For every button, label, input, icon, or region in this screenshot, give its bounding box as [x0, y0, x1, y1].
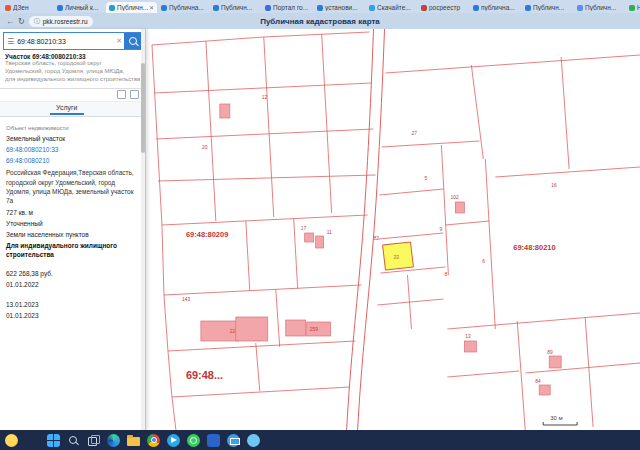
tab-label: Публичн...	[221, 4, 258, 11]
object-address: Российская Федерация,Тверская область, г…	[6, 168, 137, 204]
url-box[interactable]: ⓘ pkk.rosreestr.ru	[29, 16, 93, 27]
browser-tab[interactable]: ДЗен	[2, 2, 53, 13]
tab-label: Публичн...	[533, 4, 570, 11]
svg-text:17: 17	[301, 225, 307, 231]
tab-services[interactable]: Услуги	[50, 103, 84, 115]
browser-tab[interactable]: Публичн...	[574, 2, 625, 13]
svg-text:82: 82	[374, 235, 380, 241]
tab-favicon-icon	[5, 5, 11, 11]
tab-label: росреестр	[429, 4, 466, 11]
cost-date-value: 01.01.2022	[6, 280, 137, 289]
page-title: Публичная кадастровая карта	[0, 17, 640, 26]
svg-text:9: 9	[439, 226, 442, 232]
chrome-icon[interactable]	[147, 434, 160, 447]
menu-icon[interactable]: ☰	[4, 37, 17, 46]
svg-text:30 м: 30 м	[550, 415, 562, 421]
panel-actions-row	[0, 89, 145, 102]
tab-label: Скачайте...	[377, 4, 414, 11]
registration-date-value: 13.01.2023	[6, 300, 137, 309]
word-icon[interactable]	[207, 434, 220, 447]
tab-favicon-icon	[57, 5, 63, 11]
tab-favicon-icon	[421, 5, 427, 11]
telegram-icon[interactable]	[167, 434, 180, 447]
svg-text:84: 84	[535, 378, 541, 384]
browser-tab[interactable]: росреестр	[418, 2, 469, 13]
search-button[interactable]	[124, 33, 141, 49]
scrollbar-thumb[interactable]	[141, 63, 145, 153]
scale-bar: 30 м	[543, 415, 577, 425]
sidebar-scrollbar[interactable]	[141, 29, 145, 430]
task-view-icon[interactable]	[87, 434, 100, 447]
more-actions-icon[interactable]	[130, 90, 139, 99]
browser-tab[interactable]: Публична...	[158, 2, 209, 13]
map-canvas[interactable]: 27 9 5 8 82 6 16 17 11 22 259 143 102 13…	[146, 29, 640, 430]
address-bar: ← ↻ ⓘ pkk.rosreestr.ru Публичная кадастр…	[0, 13, 640, 29]
land-category-value: Земли населенных пунктов	[6, 230, 137, 239]
svg-text:20: 20	[202, 144, 208, 150]
update-date-value: 01.01.2023	[6, 311, 137, 320]
search-suggestion-item[interactable]: Участок 69:48:0080210:33 Тверская област…	[0, 50, 145, 89]
quarter-labels: 69:48:80209 69:48:80210 69:48...	[186, 230, 556, 381]
svg-text:11: 11	[327, 229, 332, 235]
browser-tab[interactable]: публична...	[470, 2, 521, 13]
tab-favicon-icon	[213, 5, 219, 11]
svg-text:5: 5	[424, 175, 427, 181]
tab-favicon-icon	[525, 5, 531, 11]
store-icon[interactable]	[247, 434, 260, 447]
browser-tab[interactable]: Скачайте...	[366, 2, 417, 13]
area-value: 727 кв. м	[6, 208, 137, 217]
tab-label: ДЗен	[13, 4, 50, 11]
clear-search-icon[interactable]: ✕	[114, 37, 124, 45]
whatsapp-icon[interactable]	[187, 434, 200, 447]
tab-label: Личный к...	[65, 4, 102, 11]
weather-icon[interactable]	[5, 434, 18, 447]
browser-tab[interactable]: установи...	[314, 2, 365, 13]
browser-tab[interactable]: Публичн...	[522, 2, 573, 13]
browser-tab-strip: ДЗен Личный к... Публичн...✕ Публична...…	[0, 0, 640, 13]
file-explorer-icon[interactable]	[127, 437, 140, 446]
close-tab-icon[interactable]: ✕	[149, 4, 154, 11]
browser-tab[interactable]: Портал го...	[262, 2, 313, 13]
tab-label: Публична...	[169, 4, 206, 11]
sidebar-tab-bar: Услуги	[0, 102, 145, 117]
tab-favicon-icon	[265, 5, 271, 11]
svg-text:16: 16	[551, 182, 557, 188]
cadastral-cost-value: 622 268,38 руб.	[6, 269, 137, 278]
tab-label: Портал го...	[273, 4, 310, 11]
permitted-use-value: Для индивидуального жилищного строительс…	[6, 241, 137, 259]
tab-label: публична...	[481, 4, 518, 11]
search-input[interactable]: ☰ 69:48:80210:33 ✕	[3, 32, 142, 50]
browser-tab[interactable]: Найро —	[626, 2, 640, 13]
browser-tab[interactable]: Личный к...	[54, 2, 105, 13]
reload-icon[interactable]: ↻	[18, 17, 25, 26]
svg-text:69:48:80209: 69:48:80209	[186, 230, 228, 239]
edge-icon[interactable]	[107, 434, 120, 447]
mail-icon[interactable]	[227, 434, 240, 447]
svg-text:69:48:80210: 69:48:80210	[513, 243, 555, 252]
quarter-number-link[interactable]: 69:48:0080210	[6, 156, 137, 165]
svg-text:13: 13	[465, 333, 471, 339]
start-button[interactable]	[47, 434, 60, 447]
taskbar-search-icon[interactable]	[67, 434, 80, 447]
suggestion-title: Участок 69:48:0080210:33	[5, 53, 140, 60]
url-text: pkk.rosreestr.ru	[43, 18, 88, 25]
buildings	[201, 104, 561, 395]
svg-text:8: 8	[444, 271, 447, 277]
svg-text:102: 102	[450, 194, 459, 200]
svg-text:12: 12	[262, 94, 268, 100]
tab-label: установи...	[325, 4, 362, 11]
site-info-icon[interactable]: ⓘ	[34, 17, 40, 26]
tab-favicon-icon	[317, 5, 323, 11]
browser-tab[interactable]: Публичн...	[210, 2, 261, 13]
tab-label: Публичн...	[117, 4, 148, 11]
search-value: 69:48:80210:33	[17, 38, 114, 45]
expand-panel-icon[interactable]	[117, 90, 126, 99]
object-info-panel: Объект недвижимости Земельный участок 69…	[0, 117, 145, 326]
suggestion-address: Тверская область, городской округ Удомел…	[5, 60, 140, 76]
taskbar	[0, 430, 640, 450]
object-type: Земельный участок	[6, 134, 137, 143]
back-icon[interactable]: ←	[6, 17, 14, 26]
cadastral-number-link[interactable]: 69:48:0080210:33	[6, 145, 137, 154]
tab-label: Публичн...	[585, 4, 622, 11]
browser-tab-active[interactable]: Публичн...✕	[106, 2, 157, 13]
